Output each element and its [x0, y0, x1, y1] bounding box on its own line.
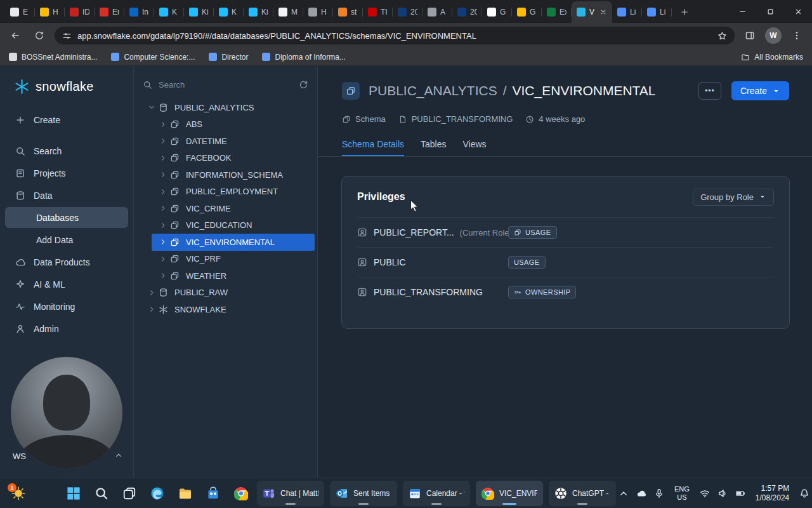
browser-tab[interactable]: V [572, 1, 612, 23]
sidebar-item-data-products[interactable]: Data Products [5, 251, 128, 272]
side-panel-button[interactable] [741, 27, 759, 44]
taskbar-folder-button[interactable] [173, 481, 198, 506]
taskbar-window-chatgpt-g[interactable]: ChatGPT - G [549, 481, 616, 506]
bookmark-item[interactable]: Diploma of Informa... [262, 53, 345, 62]
browser-tab[interactable]: 20 [452, 1, 482, 23]
browser-tab[interactable]: M [273, 1, 303, 23]
taskbar-chrome-button[interactable] [228, 481, 254, 506]
more-actions-button[interactable]: ••• [698, 82, 721, 100]
language-indicator[interactable]: ENG US [672, 485, 692, 502]
tree-item-vic-education[interactable]: VIC_EDUCATION [134, 217, 317, 234]
sidebar-item-projects[interactable]: Projects [5, 163, 128, 184]
taskbar-search-tb-button[interactable] [89, 481, 114, 506]
taskbar-store-button[interactable] [200, 481, 226, 506]
sidebar-item-admin[interactable]: Admin [5, 318, 128, 339]
browser-tab[interactable]: st [333, 1, 363, 23]
tree-item-weather[interactable]: WEATHER [134, 267, 317, 284]
browser-tab[interactable]: Er [95, 1, 124, 23]
taskbar-start-button[interactable] [61, 481, 86, 506]
user-avatar[interactable] [11, 357, 122, 469]
explorer-search-input[interactable]: Search [143, 74, 308, 95]
maximize-button[interactable] [756, 0, 784, 23]
taskbar-taskview-button[interactable] [117, 481, 142, 506]
browser-tab[interactable]: TI [363, 1, 393, 23]
close-button[interactable] [784, 0, 812, 23]
browser-tab[interactable]: E [5, 1, 35, 23]
browser-tab[interactable]: K [214, 1, 244, 23]
tray-mic-button[interactable] [652, 483, 667, 504]
tray-cloud-solid-button[interactable] [634, 483, 649, 504]
tree-item-public-employment[interactable]: PUBLIC_EMPLOYMENT [134, 184, 317, 201]
browser-tab[interactable]: Ki [184, 1, 214, 23]
sidebar-item-monitoring[interactable]: Monitoring [5, 296, 128, 317]
sidebar-item-databases[interactable]: Databases [5, 207, 128, 228]
tree-item-facebook[interactable]: FACEBOOK [134, 150, 317, 167]
tree-item-datetime[interactable]: DATETIME [134, 133, 317, 150]
taskbar-window-calendar-w[interactable]: Calendar - w [403, 481, 470, 506]
sidebar-item-data[interactable]: Data [5, 185, 128, 206]
bookmark-item[interactable]: Computer Science:... [111, 53, 195, 62]
taskbar-edge-button[interactable] [145, 481, 170, 506]
tab-tables[interactable]: Tables [421, 139, 446, 156]
taskbar-clock[interactable]: 1:57 PM 1/08/2024 [753, 484, 792, 503]
browser-tab[interactable]: Li [642, 1, 672, 23]
browser-tab[interactable]: K [154, 1, 184, 23]
group-by-dropdown[interactable]: Group by Role [693, 189, 774, 206]
tree-item-information-schema[interactable]: INFORMATION_SCHEMA [134, 166, 317, 184]
tab-strip: EHIDErInKKiKKiMHstTI20A20GGExVLiLi [5, 1, 672, 23]
browser-tab[interactable]: ID [65, 1, 95, 23]
tree-item-label: VIC_CRIME [186, 204, 231, 213]
tree-item-abs[interactable]: ABS [134, 116, 317, 133]
bookmark-item[interactable]: BOSSnet Administra... [9, 53, 97, 62]
minimize-button[interactable] [728, 0, 756, 23]
create-button[interactable]: Create [731, 81, 789, 100]
tree-item-snowflake[interactable]: SNOWFLAKE [134, 301, 317, 318]
browser-tab[interactable]: H [35, 1, 65, 23]
browser-tab[interactable]: Ki [244, 1, 273, 23]
status-speaker-icon[interactable] [715, 483, 730, 504]
all-bookmarks-button[interactable]: All Bookmarks [741, 53, 803, 62]
browser-tab[interactable]: In [124, 1, 154, 23]
tree-item-public-analytics[interactable]: PUBLIC_ANALYTICS [134, 99, 317, 116]
sidebar-item-ai-ml[interactable]: AI & ML [5, 274, 128, 295]
reload-button[interactable] [30, 27, 48, 44]
sidebar-collapse-icon[interactable] [114, 451, 123, 460]
site-settings-icon[interactable] [62, 31, 72, 41]
tray-chevron-up-button[interactable] [616, 483, 631, 504]
plus-icon [15, 115, 25, 125]
browser-tab[interactable]: G [482, 1, 512, 23]
bookmark-star-icon[interactable] [717, 31, 727, 41]
browser-profile-avatar[interactable]: W [765, 27, 782, 44]
tree-item-vic-prf[interactable]: VIC_PRF [134, 251, 317, 268]
new-tab-button[interactable] [676, 3, 693, 21]
browser-tab[interactable]: Li [612, 1, 642, 23]
tree-item-vic-crime[interactable]: VIC_CRIME [134, 200, 317, 217]
taskbar-window-sent-items[interactable]: Sent Items - [330, 481, 397, 506]
tab-close-icon[interactable] [599, 8, 607, 16]
sidebar-item-search[interactable]: Search [5, 140, 128, 161]
bookmark-item[interactable]: Director [209, 53, 248, 62]
browser-tab[interactable]: A [422, 1, 452, 23]
status-wifi-icon[interactable] [697, 483, 712, 504]
tree-item-vic-environmental[interactable]: VIC_ENVIRONMENTAL [152, 234, 315, 251]
browser-tab[interactable]: H [303, 1, 333, 23]
browser-tab[interactable]: 20 [393, 1, 422, 23]
browser-tab[interactable]: Ex [542, 1, 572, 23]
back-button[interactable] [6, 27, 24, 44]
taskbar-window-vic-enviro[interactable]: VIC_ENVIRO [476, 481, 543, 506]
explorer-refresh-icon[interactable] [299, 80, 308, 90]
browser-tab[interactable]: G [512, 1, 542, 23]
snowflake-logo[interactable]: snowflake [0, 66, 133, 105]
address-bar[interactable]: app.snowflake.com/gdata/lp79190/#/data/d… [55, 27, 735, 44]
breadcrumb-database[interactable]: PUBLIC_ANALYTICS [369, 83, 497, 98]
taskbar-bell-button[interactable] [797, 483, 812, 504]
taskbar-widgets-button[interactable]: 1 [6, 481, 30, 506]
tab-schema-details[interactable]: Schema Details [342, 139, 404, 156]
taskbar-window-chat-matth[interactable]: Chat | Matth [257, 481, 324, 506]
tree-item-public-raw[interactable]: PUBLIC_RAW [134, 284, 317, 302]
browser-menu-button[interactable] [788, 27, 806, 44]
sidebar-item-add-data[interactable]: Add Data [5, 229, 128, 250]
tab-views[interactable]: Views [463, 139, 487, 156]
status-battery-icon[interactable] [733, 483, 748, 504]
sidebar-item-create[interactable]: Create [5, 109, 128, 130]
